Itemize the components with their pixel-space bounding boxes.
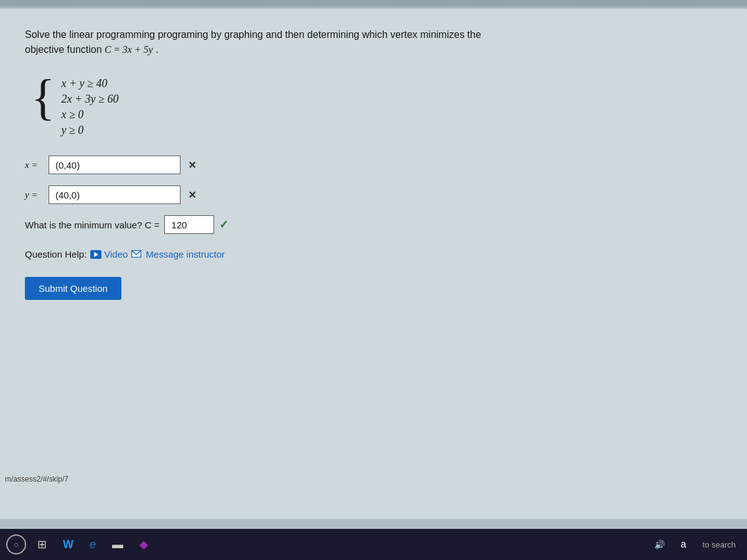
open-brace: { <box>31 72 55 122</box>
taskbar-letter-a-icon[interactable]: a <box>676 536 692 553</box>
taskbar-file-icon[interactable]: ▬ <box>107 536 128 554</box>
minimum-question-label: What is the minimum value? C = <box>25 220 159 230</box>
message-instructor-link[interactable]: Message instructor <box>131 249 225 259</box>
x-input[interactable] <box>49 156 181 174</box>
y-close-button[interactable]: ✕ <box>186 188 199 202</box>
question-help-row: Question Help: Video Message instructor <box>25 249 722 259</box>
constraint-1: x + y ≥ 40 <box>61 77 118 90</box>
url-text: m/assess2/#/skip/7 <box>5 475 68 483</box>
constraints-list: x + y ≥ 40 2x + 3y ≥ 60 x ≥ 0 y ≥ 0 <box>61 72 118 137</box>
taskbar-diamond-icon[interactable]: ◆ <box>134 535 153 554</box>
minimum-value-row: What is the minimum value? C = ✓ <box>25 215 722 234</box>
x-answer-row: x = ✕ <box>25 156 722 174</box>
taskbar-search-label: to search <box>698 538 741 552</box>
check-icon: ✓ <box>219 218 228 231</box>
x-close-button[interactable]: ✕ <box>186 158 199 172</box>
taskbar-word-icon[interactable]: W <box>58 536 78 554</box>
y-label: y = <box>25 190 44 200</box>
constraint-4: y ≥ 0 <box>61 124 118 137</box>
y-input[interactable] <box>49 185 181 204</box>
minimum-input[interactable] <box>164 215 214 234</box>
submit-button[interactable]: Submit Question <box>25 277 121 300</box>
video-icon <box>90 250 101 259</box>
y-answer-row: y = ✕ <box>25 185 722 204</box>
x-label: x = <box>25 160 44 170</box>
question-help-label: Question Help: <box>25 249 87 259</box>
constraints-box: { x + y ≥ 40 2x + 3y ≥ 60 x ≥ 0 y ≥ 0 <box>31 72 722 137</box>
video-label: Video <box>104 249 128 259</box>
url-bar: m/assess2/#/skip/7 <box>0 474 73 485</box>
taskbar-speaker-icon[interactable]: 🔊 <box>649 537 670 552</box>
main-content: Solve the linear programming programing … <box>0 9 747 519</box>
taskbar-edge-icon[interactable]: e <box>85 536 101 554</box>
start-button[interactable]: ○ <box>6 534 26 554</box>
message-instructor-label: Message instructor <box>146 249 225 259</box>
problem-description: Solve the linear programming programing … <box>25 27 554 57</box>
problem-line2: objective function C = 3x + 5y . <box>25 44 159 55</box>
taskbar-grid-icon[interactable]: ⊞ <box>32 535 52 554</box>
video-link[interactable]: Video <box>90 249 128 259</box>
constraint-3: x ≥ 0 <box>61 108 118 121</box>
constraint-2: 2x + 3y ≥ 60 <box>61 93 118 106</box>
problem-line1: Solve the linear programming programing … <box>25 29 481 40</box>
mail-icon <box>131 249 141 259</box>
taskbar: ○ ⊞ W e ▬ ◆ 🔊 a to search <box>0 529 747 560</box>
